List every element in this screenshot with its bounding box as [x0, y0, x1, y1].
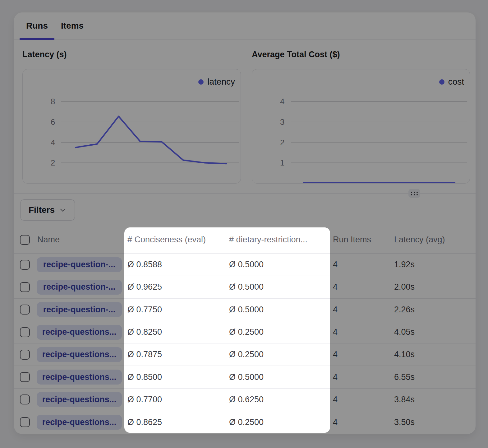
conciseness-value: Ø 0.7875: [127, 343, 162, 366]
table-row: recipe-question-... Ø 0.7750 Ø 0.5000 4 …: [14, 299, 476, 321]
conciseness-value: Ø 0.8500: [127, 366, 162, 388]
run-name-link[interactable]: recipe-questions...: [37, 347, 122, 362]
svg-text:1: 1: [280, 158, 284, 167]
run-items-value: 4: [333, 366, 338, 388]
chevron-down-icon: [59, 206, 67, 214]
tab-items-label: Items: [61, 21, 84, 31]
svg-text:2: 2: [280, 138, 284, 147]
dietary-value: Ø 0.2500: [229, 411, 264, 433]
filters-button[interactable]: Filters: [20, 199, 75, 221]
tab-runs-label: Runs: [26, 21, 48, 31]
latency-value: 2.26s: [394, 299, 415, 321]
dietary-value: Ø 0.5000: [229, 254, 264, 276]
svg-text:2: 2: [51, 158, 55, 167]
latency-value: 3.50s: [394, 411, 415, 433]
table-body: recipe-question-... Ø 0.8588 Ø 0.5000 4 …: [14, 254, 476, 433]
latency-chart-legend: latency: [198, 77, 235, 87]
latency-legend-dot-icon: [198, 79, 204, 85]
cost-legend-label: cost: [448, 77, 464, 87]
runs-dashboard-card: Runs Items Latency (s) Average Total Cos…: [14, 12, 476, 434]
run-name-link[interactable]: recipe-question-...: [37, 302, 122, 317]
tab-items[interactable]: Items: [54, 12, 90, 40]
run-items-value: 4: [333, 389, 338, 411]
dietary-value: Ø 0.2500: [229, 321, 264, 343]
filters-button-label: Filters: [29, 205, 55, 215]
run-name-link[interactable]: recipe-question-...: [37, 257, 122, 272]
run-items-value: 4: [333, 343, 338, 366]
table-row: recipe-questions... Ø 0.8500 Ø 0.5000 4 …: [14, 366, 476, 388]
latency-value: 2.00s: [394, 276, 415, 298]
run-name-link[interactable]: recipe-questions...: [37, 370, 122, 385]
latency-chart-panel: 8642 latency: [22, 69, 241, 184]
dietary-value: Ø 0.5000: [229, 366, 264, 388]
run-items-value: 4: [333, 299, 338, 321]
table-header-row: Name # Conciseness (eval) # dietary-rest…: [14, 226, 476, 254]
row-checkbox[interactable]: [20, 282, 30, 292]
table-row: recipe-questions... Ø 0.7875 Ø 0.2500 4 …: [14, 343, 476, 366]
conciseness-value: Ø 0.8250: [127, 321, 162, 343]
column-header-dietary: # dietary-restriction...: [229, 226, 307, 253]
latency-value: 4.10s: [394, 343, 415, 366]
conciseness-value: Ø 0.8588: [127, 254, 162, 276]
svg-text:8: 8: [51, 97, 55, 106]
column-header-name: Name: [37, 226, 60, 253]
table-row: recipe-question-... Ø 0.8588 Ø 0.5000 4 …: [14, 254, 476, 276]
dietary-value: Ø 0.5000: [229, 299, 264, 321]
dietary-value: Ø 0.2500: [229, 343, 264, 366]
latency-legend-label: latency: [207, 77, 235, 87]
table-row: recipe-questions... Ø 0.8250 Ø 0.2500 4 …: [14, 321, 476, 343]
cost-line-chart: 4321: [252, 69, 470, 183]
conciseness-value: Ø 0.8625: [127, 411, 162, 433]
run-name-link[interactable]: recipe-questions...: [37, 415, 122, 430]
run-items-value: 4: [333, 321, 338, 343]
conciseness-value: Ø 0.7750: [127, 299, 162, 321]
conciseness-value: Ø 0.7700: [127, 389, 162, 411]
cost-legend-dot-icon: [439, 79, 444, 85]
row-checkbox[interactable]: [20, 372, 30, 382]
table-row: recipe-questions... Ø 0.7700 Ø 0.6250 4 …: [14, 389, 476, 411]
cost-chart-panel: 4321 cost: [252, 69, 470, 184]
run-name-link[interactable]: recipe-questions...: [37, 325, 122, 340]
grip-dots-icon: [411, 192, 418, 195]
row-checkbox[interactable]: [20, 305, 30, 315]
section-divider: [14, 193, 476, 194]
run-items-value: 4: [333, 276, 338, 298]
row-checkbox[interactable]: [20, 394, 30, 404]
row-checkbox[interactable]: [20, 260, 30, 270]
svg-text:4: 4: [280, 97, 284, 106]
row-checkbox[interactable]: [20, 350, 30, 360]
svg-text:4: 4: [51, 138, 55, 147]
row-checkbox[interactable]: [20, 417, 30, 427]
resize-handle[interactable]: [408, 189, 420, 198]
svg-text:6: 6: [51, 118, 55, 126]
svg-text:3: 3: [280, 118, 284, 126]
latency-value: 3.84s: [394, 389, 415, 411]
latency-value: 1.92s: [394, 254, 415, 276]
runs-table: Name # Conciseness (eval) # dietary-rest…: [14, 226, 476, 434]
cost-chart-title: Average Total Cost ($): [252, 50, 340, 59]
run-items-value: 4: [333, 411, 338, 433]
dietary-value: Ø 0.5000: [229, 276, 264, 298]
column-header-run-items: Run Items: [333, 226, 371, 253]
latency-chart-title: Latency (s): [22, 50, 67, 59]
table-row: recipe-question-... Ø 0.9625 Ø 0.5000 4 …: [14, 276, 476, 298]
latency-value: 6.55s: [394, 366, 415, 388]
latency-value: 4.05s: [394, 321, 415, 343]
dietary-value: Ø 0.6250: [229, 389, 264, 411]
table-row: recipe-questions... Ø 0.8625 Ø 0.2500 4 …: [14, 411, 476, 433]
run-items-value: 4: [333, 254, 338, 276]
column-header-latency: Latency (avg): [394, 226, 445, 253]
cost-chart-legend: cost: [439, 77, 464, 87]
column-header-conciseness: # Conciseness (eval): [127, 226, 206, 253]
row-checkbox[interactable]: [20, 327, 30, 337]
tabbar: Runs Items: [14, 12, 476, 40]
tab-runs[interactable]: Runs: [20, 12, 54, 40]
conciseness-value: Ø 0.9625: [127, 276, 162, 298]
select-all-checkbox[interactable]: [20, 235, 30, 245]
run-name-link[interactable]: recipe-questions...: [37, 392, 122, 407]
run-name-link[interactable]: recipe-question-...: [37, 280, 122, 295]
